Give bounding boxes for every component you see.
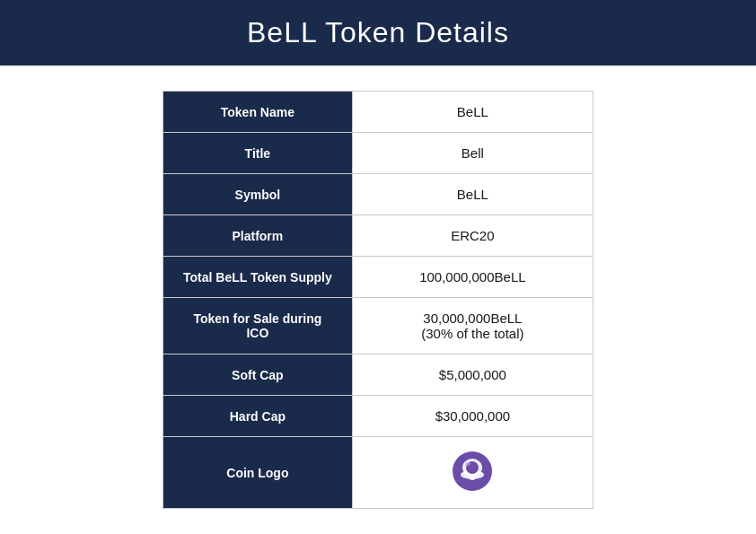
value-token-name: BeLL <box>352 92 593 133</box>
table-row: Token for Sale during ICO 30,000,000BeLL… <box>163 298 593 355</box>
svg-rect-4 <box>470 477 475 480</box>
table-row: Coin Logo <box>163 437 593 509</box>
label-coin-logo: Coin Logo <box>163 437 353 509</box>
table-row: Token Name BeLL <box>163 92 593 133</box>
label-hard-cap: Hard Cap <box>163 396 353 437</box>
label-platform: Platform <box>163 215 353 257</box>
table-row: Soft Cap $5,000,000 <box>163 355 593 396</box>
coin-logo-icon <box>451 450 494 493</box>
label-soft-cap: Soft Cap <box>163 355 353 396</box>
value-coin-logo <box>352 437 593 509</box>
value-soft-cap: $5,000,000 <box>352 355 593 396</box>
label-total-supply: Total BeLL Token Supply <box>163 257 353 298</box>
token-details-table: Token Name BeLL Title Bell Symbol BeLL P… <box>163 91 593 509</box>
table-row: Platform ERC20 <box>163 215 593 257</box>
label-token-sale: Token for Sale during ICO <box>163 298 353 355</box>
label-symbol: Symbol <box>163 174 353 215</box>
value-platform: ERC20 <box>352 215 593 257</box>
value-symbol: BeLL <box>352 174 593 215</box>
table-row: Symbol BeLL <box>163 174 593 215</box>
value-title: Bell <box>352 133 593 174</box>
value-hard-cap: $30,000,000 <box>352 396 593 437</box>
label-title: Title <box>163 133 353 174</box>
table-row: Title Bell <box>163 133 593 174</box>
table-row: Total BeLL Token Supply 100,000,000BeLL <box>163 257 593 298</box>
page-header: BeLL Token Details <box>0 0 756 66</box>
label-token-name: Token Name <box>163 92 353 133</box>
content-area: Token Name BeLL Title Bell Symbol BeLL P… <box>145 66 611 534</box>
table-row: Hard Cap $30,000,000 <box>163 396 593 437</box>
page-title: BeLL Token Details <box>0 16 756 49</box>
value-total-supply: 100,000,000BeLL <box>352 257 593 298</box>
value-token-sale: 30,000,000BeLL(30% of the total) <box>352 298 593 355</box>
